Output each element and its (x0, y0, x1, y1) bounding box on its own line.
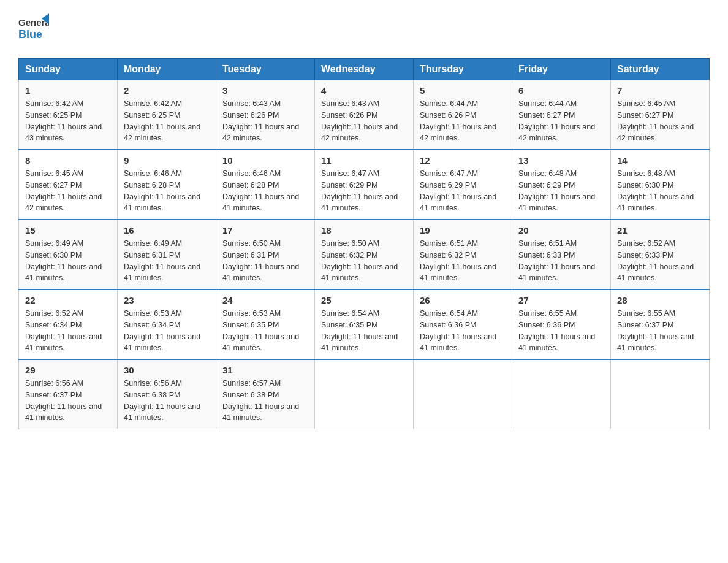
day-number: 10 (222, 155, 308, 166)
day-number: 16 (124, 225, 210, 236)
day-number: 14 (617, 155, 703, 166)
day-info: Sunrise: 6:42 AMSunset: 6:25 PMDaylight:… (124, 98, 210, 144)
day-info: Sunrise: 6:54 AMSunset: 6:35 PMDaylight:… (321, 308, 407, 354)
day-header-tuesday: Tuesday (216, 59, 315, 80)
calendar-cell: 23Sunrise: 6:53 AMSunset: 6:34 PMDayligh… (118, 289, 216, 359)
calendar-cell: 26Sunrise: 6:54 AMSunset: 6:36 PMDayligh… (414, 289, 512, 359)
calendar-cell: 9Sunrise: 6:46 AMSunset: 6:28 PMDaylight… (118, 150, 216, 220)
calendar-cell: 17Sunrise: 6:50 AMSunset: 6:31 PMDayligh… (216, 220, 315, 289)
day-number: 1 (25, 85, 111, 96)
calendar-week-row: 29Sunrise: 6:56 AMSunset: 6:37 PMDayligh… (19, 359, 710, 429)
day-info: Sunrise: 6:45 AMSunset: 6:27 PMDaylight:… (25, 168, 111, 214)
day-info: Sunrise: 6:46 AMSunset: 6:28 PMDaylight:… (124, 168, 210, 214)
calendar-cell: 1Sunrise: 6:42 AMSunset: 6:25 PMDaylight… (19, 80, 118, 150)
day-info: Sunrise: 6:50 AMSunset: 6:32 PMDaylight:… (321, 238, 407, 284)
calendar-cell: 24Sunrise: 6:53 AMSunset: 6:35 PMDayligh… (216, 289, 315, 359)
day-info: Sunrise: 6:48 AMSunset: 6:30 PMDaylight:… (617, 168, 703, 214)
day-header-monday: Monday (118, 59, 216, 80)
calendar-table: SundayMondayTuesdayWednesdayThursdayFrid… (18, 58, 710, 429)
day-number: 7 (617, 85, 703, 96)
day-info: Sunrise: 6:51 AMSunset: 6:33 PMDaylight:… (518, 238, 604, 284)
day-number: 11 (321, 155, 407, 166)
day-number: 28 (617, 295, 703, 305)
day-info: Sunrise: 6:48 AMSunset: 6:29 PMDaylight:… (518, 168, 604, 214)
day-number: 19 (420, 225, 506, 236)
calendar-cell: 4Sunrise: 6:43 AMSunset: 6:26 PMDaylight… (315, 80, 414, 150)
day-info: Sunrise: 6:53 AMSunset: 6:34 PMDaylight:… (124, 308, 210, 354)
logo: General Blue (18, 12, 49, 46)
calendar-cell: 22Sunrise: 6:52 AMSunset: 6:34 PMDayligh… (19, 289, 118, 359)
calendar-cell: 6Sunrise: 6:44 AMSunset: 6:27 PMDaylight… (512, 80, 611, 150)
day-number: 4 (321, 85, 407, 96)
day-header-saturday: Saturday (611, 59, 710, 80)
calendar-cell: 31Sunrise: 6:57 AMSunset: 6:38 PMDayligh… (216, 359, 315, 429)
day-number: 25 (321, 295, 407, 305)
svg-text:Blue: Blue (18, 28, 42, 40)
calendar-cell: 29Sunrise: 6:56 AMSunset: 6:37 PMDayligh… (19, 359, 118, 429)
calendar-cell: 3Sunrise: 6:43 AMSunset: 6:26 PMDaylight… (216, 80, 315, 150)
calendar-header-row: SundayMondayTuesdayWednesdayThursdayFrid… (19, 59, 710, 80)
day-info: Sunrise: 6:47 AMSunset: 6:29 PMDaylight:… (420, 168, 506, 214)
calendar-cell: 30Sunrise: 6:56 AMSunset: 6:38 PMDayligh… (118, 359, 216, 429)
day-number: 3 (222, 85, 308, 96)
day-info: Sunrise: 6:50 AMSunset: 6:31 PMDaylight:… (222, 238, 308, 284)
day-number: 15 (25, 225, 111, 236)
calendar-cell: 2Sunrise: 6:42 AMSunset: 6:25 PMDaylight… (118, 80, 216, 150)
calendar-cell (611, 359, 710, 429)
day-number: 31 (222, 365, 308, 375)
day-number: 12 (420, 155, 506, 166)
calendar-cell: 21Sunrise: 6:52 AMSunset: 6:33 PMDayligh… (611, 220, 710, 289)
calendar-cell: 8Sunrise: 6:45 AMSunset: 6:27 PMDaylight… (19, 150, 118, 220)
day-info: Sunrise: 6:52 AMSunset: 6:34 PMDaylight:… (25, 308, 111, 354)
day-number: 13 (518, 155, 604, 166)
logo-icon: General Blue (18, 12, 49, 46)
day-info: Sunrise: 6:54 AMSunset: 6:36 PMDaylight:… (420, 308, 506, 354)
day-info: Sunrise: 6:51 AMSunset: 6:32 PMDaylight:… (420, 238, 506, 284)
day-number: 17 (222, 225, 308, 236)
day-number: 2 (124, 85, 210, 96)
calendar-cell: 16Sunrise: 6:49 AMSunset: 6:31 PMDayligh… (118, 220, 216, 289)
calendar-cell: 11Sunrise: 6:47 AMSunset: 6:29 PMDayligh… (315, 150, 414, 220)
day-info: Sunrise: 6:56 AMSunset: 6:38 PMDaylight:… (124, 378, 210, 424)
calendar-cell: 14Sunrise: 6:48 AMSunset: 6:30 PMDayligh… (611, 150, 710, 220)
day-number: 21 (617, 225, 703, 236)
day-info: Sunrise: 6:55 AMSunset: 6:36 PMDaylight:… (518, 308, 604, 354)
day-info: Sunrise: 6:46 AMSunset: 6:28 PMDaylight:… (222, 168, 308, 214)
calendar-cell: 28Sunrise: 6:55 AMSunset: 6:37 PMDayligh… (611, 289, 710, 359)
logo-container: General Blue (18, 12, 49, 46)
page-header: General Blue (18, 12, 710, 46)
day-number: 22 (25, 295, 111, 305)
calendar-week-row: 15Sunrise: 6:49 AMSunset: 6:30 PMDayligh… (19, 220, 710, 289)
calendar-cell (414, 359, 512, 429)
day-info: Sunrise: 6:44 AMSunset: 6:26 PMDaylight:… (420, 98, 506, 144)
day-info: Sunrise: 6:49 AMSunset: 6:31 PMDaylight:… (124, 238, 210, 284)
calendar-cell: 19Sunrise: 6:51 AMSunset: 6:32 PMDayligh… (414, 220, 512, 289)
day-number: 29 (25, 365, 111, 375)
day-number: 23 (124, 295, 210, 305)
day-info: Sunrise: 6:56 AMSunset: 6:37 PMDaylight:… (25, 378, 111, 424)
day-number: 8 (25, 155, 111, 166)
day-number: 6 (518, 85, 604, 96)
day-number: 26 (420, 295, 506, 305)
day-info: Sunrise: 6:44 AMSunset: 6:27 PMDaylight:… (518, 98, 604, 144)
calendar-cell: 18Sunrise: 6:50 AMSunset: 6:32 PMDayligh… (315, 220, 414, 289)
day-info: Sunrise: 6:55 AMSunset: 6:37 PMDaylight:… (617, 308, 703, 354)
day-info: Sunrise: 6:42 AMSunset: 6:25 PMDaylight:… (25, 98, 111, 144)
day-info: Sunrise: 6:43 AMSunset: 6:26 PMDaylight:… (222, 98, 308, 144)
day-number: 30 (124, 365, 210, 375)
day-number: 5 (420, 85, 506, 96)
calendar-week-row: 8Sunrise: 6:45 AMSunset: 6:27 PMDaylight… (19, 150, 710, 220)
day-header-sunday: Sunday (19, 59, 118, 80)
day-info: Sunrise: 6:53 AMSunset: 6:35 PMDaylight:… (222, 308, 308, 354)
day-info: Sunrise: 6:45 AMSunset: 6:27 PMDaylight:… (617, 98, 703, 144)
calendar-cell: 5Sunrise: 6:44 AMSunset: 6:26 PMDaylight… (414, 80, 512, 150)
calendar-week-row: 1Sunrise: 6:42 AMSunset: 6:25 PMDaylight… (19, 80, 710, 150)
day-number: 18 (321, 225, 407, 236)
day-number: 9 (124, 155, 210, 166)
calendar-cell (315, 359, 414, 429)
calendar-cell (512, 359, 611, 429)
day-info: Sunrise: 6:47 AMSunset: 6:29 PMDaylight:… (321, 168, 407, 214)
calendar-cell: 7Sunrise: 6:45 AMSunset: 6:27 PMDaylight… (611, 80, 710, 150)
day-number: 24 (222, 295, 308, 305)
day-info: Sunrise: 6:49 AMSunset: 6:30 PMDaylight:… (25, 238, 111, 284)
